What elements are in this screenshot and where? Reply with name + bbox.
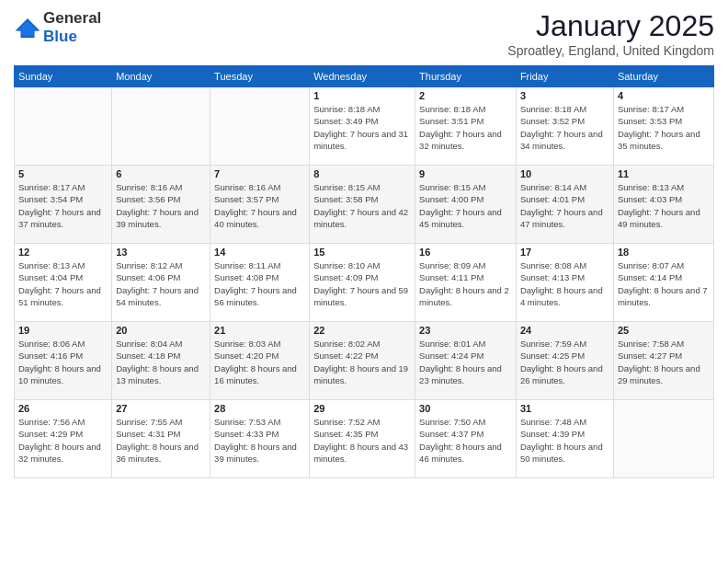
day-number: 12 bbox=[18, 247, 108, 258]
calendar-cell: 30Sunrise: 7:50 AMSunset: 4:37 PMDayligh… bbox=[415, 400, 517, 478]
day-info: Sunrise: 8:18 AMSunset: 3:49 PMDaylight:… bbox=[313, 103, 411, 152]
calendar-table: SundayMondayTuesdayWednesdayThursdayFrid… bbox=[14, 65, 714, 478]
day-number: 25 bbox=[618, 325, 710, 336]
calendar-cell: 12Sunrise: 8:13 AMSunset: 4:04 PMDayligh… bbox=[15, 244, 112, 322]
day-info: Sunrise: 8:03 AMSunset: 4:20 PMDaylight:… bbox=[214, 338, 305, 386]
calendar-cell: 25Sunrise: 7:58 AMSunset: 4:27 PMDayligh… bbox=[613, 322, 713, 400]
day-info: Sunrise: 8:01 AMSunset: 4:24 PMDaylight:… bbox=[419, 338, 512, 386]
calendar-cell: 5Sunrise: 8:17 AMSunset: 3:54 PMDaylight… bbox=[15, 166, 112, 244]
week-row-4: 19Sunrise: 8:06 AMSunset: 4:16 PMDayligh… bbox=[15, 322, 714, 400]
calendar-cell: 9Sunrise: 8:15 AMSunset: 4:00 PMDaylight… bbox=[415, 166, 517, 244]
month-title: January 2025 bbox=[507, 9, 714, 43]
location: Sproatley, England, United Kingdom bbox=[507, 43, 714, 58]
day-info: Sunrise: 8:15 AMSunset: 3:58 PMDaylight:… bbox=[313, 181, 411, 230]
day-info: Sunrise: 8:18 AMSunset: 3:52 PMDaylight:… bbox=[520, 103, 609, 152]
col-header-tuesday: Tuesday bbox=[210, 66, 310, 87]
day-info: Sunrise: 8:11 AMSunset: 4:08 PMDaylight:… bbox=[214, 259, 305, 308]
col-header-wednesday: Wednesday bbox=[310, 66, 415, 87]
calendar-cell bbox=[15, 87, 112, 166]
page-header: General Blue January 2025 Sproatley, Eng… bbox=[14, 9, 714, 58]
calendar-cell bbox=[210, 87, 310, 166]
title-section: January 2025 Sproatley, England, United … bbox=[507, 9, 714, 58]
col-header-saturday: Saturday bbox=[613, 66, 713, 87]
day-info: Sunrise: 8:15 AMSunset: 4:00 PMDaylight:… bbox=[419, 181, 512, 230]
calendar-cell: 22Sunrise: 8:02 AMSunset: 4:22 PMDayligh… bbox=[310, 322, 415, 400]
logo-icon bbox=[14, 17, 41, 40]
day-number: 10 bbox=[520, 168, 609, 179]
day-number: 8 bbox=[313, 168, 411, 179]
calendar-header-row: SundayMondayTuesdayWednesdayThursdayFrid… bbox=[15, 66, 714, 87]
day-info: Sunrise: 8:13 AMSunset: 4:04 PMDaylight:… bbox=[18, 259, 108, 308]
day-info: Sunrise: 7:50 AMSunset: 4:37 PMDaylight:… bbox=[419, 416, 512, 465]
day-info: Sunrise: 8:10 AMSunset: 4:09 PMDaylight:… bbox=[313, 259, 411, 308]
day-number: 17 bbox=[520, 247, 609, 258]
day-info: Sunrise: 7:53 AMSunset: 4:33 PMDaylight:… bbox=[214, 416, 305, 465]
day-info: Sunrise: 7:52 AMSunset: 4:35 PMDaylight:… bbox=[313, 416, 411, 465]
calendar-cell: 21Sunrise: 8:03 AMSunset: 4:20 PMDayligh… bbox=[210, 322, 310, 400]
day-info: Sunrise: 7:56 AMSunset: 4:29 PMDaylight:… bbox=[18, 416, 108, 465]
calendar-cell: 24Sunrise: 7:59 AMSunset: 4:25 PMDayligh… bbox=[516, 322, 613, 400]
calendar-cell: 28Sunrise: 7:53 AMSunset: 4:33 PMDayligh… bbox=[210, 400, 310, 478]
week-row-1: 1Sunrise: 8:18 AMSunset: 3:49 PMDaylight… bbox=[15, 87, 714, 166]
logo: General Blue bbox=[14, 9, 101, 46]
calendar-cell: 19Sunrise: 8:06 AMSunset: 4:16 PMDayligh… bbox=[15, 322, 112, 400]
day-info: Sunrise: 7:58 AMSunset: 4:27 PMDaylight:… bbox=[618, 338, 710, 386]
calendar-cell: 8Sunrise: 8:15 AMSunset: 3:58 PMDaylight… bbox=[310, 166, 415, 244]
day-info: Sunrise: 8:02 AMSunset: 4:22 PMDaylight:… bbox=[313, 338, 411, 386]
calendar-cell: 23Sunrise: 8:01 AMSunset: 4:24 PMDayligh… bbox=[415, 322, 517, 400]
col-header-friday: Friday bbox=[516, 66, 613, 87]
calendar-cell bbox=[613, 400, 713, 478]
day-info: Sunrise: 8:16 AMSunset: 3:57 PMDaylight:… bbox=[214, 181, 305, 230]
day-number: 11 bbox=[618, 168, 710, 179]
week-row-3: 12Sunrise: 8:13 AMSunset: 4:04 PMDayligh… bbox=[15, 244, 714, 322]
calendar-cell: 3Sunrise: 8:18 AMSunset: 3:52 PMDaylight… bbox=[516, 87, 613, 166]
day-number: 19 bbox=[18, 325, 108, 336]
col-header-sunday: Sunday bbox=[15, 66, 112, 87]
day-number: 18 bbox=[618, 247, 710, 258]
calendar-cell: 27Sunrise: 7:55 AMSunset: 4:31 PMDayligh… bbox=[112, 400, 210, 478]
day-number: 24 bbox=[520, 325, 609, 336]
day-info: Sunrise: 8:16 AMSunset: 3:56 PMDaylight:… bbox=[116, 181, 206, 230]
calendar-cell: 2Sunrise: 8:18 AMSunset: 3:51 PMDaylight… bbox=[415, 87, 517, 166]
calendar-page: General Blue January 2025 Sproatley, Eng… bbox=[0, 0, 728, 563]
day-number: 9 bbox=[419, 168, 512, 179]
day-number: 3 bbox=[520, 90, 609, 101]
day-info: Sunrise: 8:09 AMSunset: 4:11 PMDaylight:… bbox=[419, 259, 512, 308]
day-info: Sunrise: 8:17 AMSunset: 3:53 PMDaylight:… bbox=[618, 103, 710, 152]
week-row-2: 5Sunrise: 8:17 AMSunset: 3:54 PMDaylight… bbox=[15, 166, 714, 244]
day-info: Sunrise: 8:13 AMSunset: 4:03 PMDaylight:… bbox=[618, 181, 710, 230]
calendar-cell: 29Sunrise: 7:52 AMSunset: 4:35 PMDayligh… bbox=[310, 400, 415, 478]
calendar-cell: 17Sunrise: 8:08 AMSunset: 4:13 PMDayligh… bbox=[516, 244, 613, 322]
calendar-cell: 4Sunrise: 8:17 AMSunset: 3:53 PMDaylight… bbox=[613, 87, 713, 166]
calendar-cell: 13Sunrise: 8:12 AMSunset: 4:06 PMDayligh… bbox=[112, 244, 210, 322]
day-number: 15 bbox=[313, 247, 411, 258]
day-info: Sunrise: 8:08 AMSunset: 4:13 PMDaylight:… bbox=[520, 259, 609, 308]
day-info: Sunrise: 8:18 AMSunset: 3:51 PMDaylight:… bbox=[419, 103, 512, 152]
day-number: 22 bbox=[313, 325, 411, 336]
calendar-cell: 1Sunrise: 8:18 AMSunset: 3:49 PMDaylight… bbox=[310, 87, 415, 166]
day-info: Sunrise: 7:48 AMSunset: 4:39 PMDaylight:… bbox=[520, 416, 609, 465]
day-info: Sunrise: 8:14 AMSunset: 4:01 PMDaylight:… bbox=[520, 181, 609, 230]
day-number: 20 bbox=[116, 325, 206, 336]
calendar-cell: 31Sunrise: 7:48 AMSunset: 4:39 PMDayligh… bbox=[516, 400, 613, 478]
day-number: 21 bbox=[214, 325, 305, 336]
day-info: Sunrise: 7:59 AMSunset: 4:25 PMDaylight:… bbox=[520, 338, 609, 386]
calendar-cell: 10Sunrise: 8:14 AMSunset: 4:01 PMDayligh… bbox=[516, 166, 613, 244]
day-number: 6 bbox=[116, 168, 206, 179]
day-info: Sunrise: 8:04 AMSunset: 4:18 PMDaylight:… bbox=[116, 338, 206, 386]
calendar-cell: 11Sunrise: 8:13 AMSunset: 4:03 PMDayligh… bbox=[613, 166, 713, 244]
day-info: Sunrise: 8:06 AMSunset: 4:16 PMDaylight:… bbox=[18, 338, 108, 386]
day-number: 1 bbox=[313, 90, 411, 101]
calendar-cell: 16Sunrise: 8:09 AMSunset: 4:11 PMDayligh… bbox=[415, 244, 517, 322]
week-row-5: 26Sunrise: 7:56 AMSunset: 4:29 PMDayligh… bbox=[15, 400, 714, 478]
day-number: 16 bbox=[419, 247, 512, 258]
day-info: Sunrise: 8:12 AMSunset: 4:06 PMDaylight:… bbox=[116, 259, 206, 308]
calendar-cell: 26Sunrise: 7:56 AMSunset: 4:29 PMDayligh… bbox=[15, 400, 112, 478]
day-number: 26 bbox=[18, 403, 108, 414]
calendar-cell: 7Sunrise: 8:16 AMSunset: 3:57 PMDaylight… bbox=[210, 166, 310, 244]
day-number: 23 bbox=[419, 325, 512, 336]
day-info: Sunrise: 8:17 AMSunset: 3:54 PMDaylight:… bbox=[18, 181, 108, 230]
day-number: 7 bbox=[214, 168, 305, 179]
calendar-cell: 20Sunrise: 8:04 AMSunset: 4:18 PMDayligh… bbox=[112, 322, 210, 400]
calendar-cell: 18Sunrise: 8:07 AMSunset: 4:14 PMDayligh… bbox=[613, 244, 713, 322]
